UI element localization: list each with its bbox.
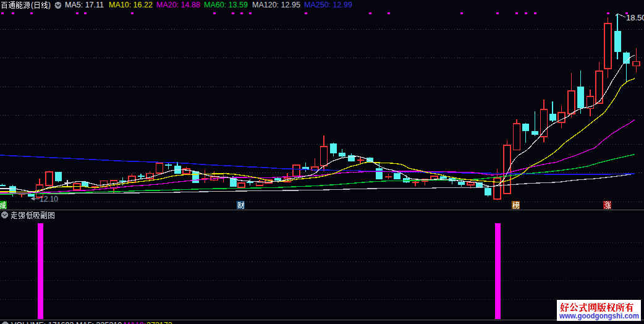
svg-text:www.goodgongshi.com: www.goodgongshi.com (559, 311, 639, 320)
svg-text:VOLUME: 171693 MA5: 325310: VOLUME: 171693 MA5: 325310 (11, 321, 122, 324)
svg-text:MA10:: MA10: (124, 321, 146, 324)
svg-text:18.50: 18.50 (626, 13, 644, 22)
svg-text:273172: 273172 (146, 321, 172, 324)
svg-text:MA120: 12.95: MA120: 12.95 (252, 1, 300, 9)
svg-text:MA20: 14.88: MA20: 14.88 (156, 1, 200, 9)
svg-text:MA60: 13.59: MA60: 13.59 (204, 1, 248, 9)
svg-text:(: ( (31, 1, 33, 9)
svg-text:MA10: 16.22: MA10: 16.22 (109, 1, 153, 9)
svg-text:): ) (48, 1, 51, 9)
svg-text:MA5: 17.11: MA5: 17.11 (65, 1, 104, 9)
svg-text:MA250: 12.99: MA250: 12.99 (304, 1, 352, 9)
svg-text:12.10: 12.10 (40, 195, 58, 203)
